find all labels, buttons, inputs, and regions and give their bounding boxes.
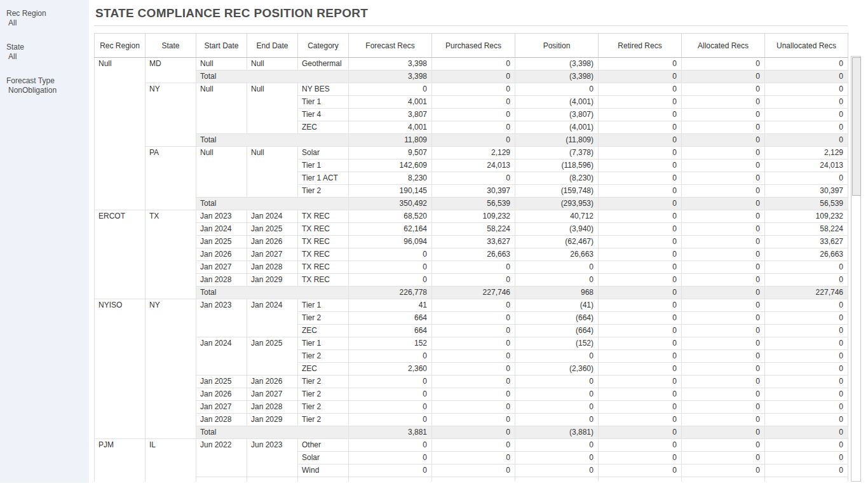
value-cell[interactable]: 0 [599, 261, 682, 274]
column-header[interactable]: Allocated Recs [682, 34, 765, 58]
dimension-cell[interactable]: Jan 2024 [196, 337, 247, 376]
value-cell[interactable]: 0 [765, 414, 848, 426]
value-cell[interactable]: (293,953) [515, 198, 599, 210]
value-cell[interactable] [349, 477, 432, 482]
value-cell[interactable]: (3,398) [515, 71, 599, 83]
value-cell[interactable]: 664 [349, 312, 432, 325]
value-cell[interactable]: 0 [349, 388, 432, 401]
value-cell[interactable]: (3,807) [515, 109, 599, 121]
dimension-cell[interactable]: Jun 2022 [196, 439, 247, 477]
total-label-cell[interactable]: Total [196, 426, 349, 439]
value-cell[interactable]: 227,746 [765, 287, 848, 299]
value-cell[interactable]: 40,712 [515, 210, 599, 223]
value-cell[interactable]: 0 [682, 261, 765, 274]
dimension-cell[interactable]: Tier 2 [298, 350, 349, 363]
value-cell[interactable]: 0 [432, 109, 515, 121]
value-cell[interactable]: 3,398 [349, 71, 432, 83]
value-cell[interactable]: 0 [432, 376, 515, 388]
value-cell[interactable]: 0 [682, 159, 765, 172]
value-cell[interactable]: 58,224 [765, 223, 848, 236]
value-cell[interactable]: 0 [765, 83, 848, 96]
value-cell[interactable]: 0 [432, 312, 515, 325]
dimension-cell[interactable]: Tier 1 [298, 337, 349, 350]
dimension-cell[interactable]: Jan 2025 [247, 337, 298, 376]
value-cell[interactable]: 0 [349, 350, 432, 363]
value-cell[interactable]: 0 [599, 414, 682, 426]
dimension-cell[interactable]: Null [196, 147, 247, 198]
value-cell[interactable]: 0 [765, 96, 848, 109]
value-cell[interactable]: 0 [432, 464, 515, 477]
value-cell[interactable]: 0 [682, 426, 765, 439]
dimension-cell[interactable]: Jan 2028 [196, 274, 247, 287]
dimension-cell[interactable] [298, 477, 349, 482]
value-cell[interactable]: 968 [515, 287, 599, 299]
value-cell[interactable]: 0 [599, 185, 682, 198]
value-cell[interactable]: 0 [432, 426, 515, 439]
value-cell[interactable]: 0 [765, 363, 848, 376]
value-cell[interactable]: 0 [599, 363, 682, 376]
value-cell[interactable]: 56,539 [765, 198, 848, 210]
value-cell[interactable]: 0 [682, 172, 765, 185]
value-cell[interactable] [682, 477, 765, 482]
value-cell[interactable]: 0 [599, 159, 682, 172]
value-cell[interactable]: 0 [349, 464, 432, 477]
dimension-cell[interactable]: Tier 4 [298, 109, 349, 121]
value-cell[interactable]: 26,663 [765, 248, 848, 261]
value-cell[interactable]: 62,164 [349, 223, 432, 236]
value-cell[interactable] [432, 477, 515, 482]
dimension-cell[interactable]: Jan 2028 [196, 414, 247, 426]
dimension-cell[interactable]: Null [95, 58, 146, 210]
column-header[interactable]: State [146, 34, 196, 58]
column-header[interactable]: Rec Region [95, 34, 146, 58]
value-cell[interactable]: 0 [599, 172, 682, 185]
dimension-cell[interactable]: TX REC [298, 223, 349, 236]
value-cell[interactable] [765, 477, 848, 482]
dimension-cell[interactable]: Jan 2027 [196, 401, 247, 414]
dimension-cell[interactable]: PA [146, 147, 196, 210]
value-cell[interactable]: 0 [432, 96, 515, 109]
value-cell[interactable]: 33,627 [432, 236, 515, 248]
value-cell[interactable]: 0 [432, 71, 515, 83]
value-cell[interactable]: 41 [349, 299, 432, 312]
value-cell[interactable]: 0 [349, 376, 432, 388]
value-cell[interactable]: 0 [349, 274, 432, 287]
value-cell[interactable]: 0 [599, 376, 682, 388]
value-cell[interactable]: 0 [432, 58, 515, 71]
dimension-cell[interactable]: PJM [95, 439, 146, 482]
dimension-cell[interactable]: Jun 2023 [247, 439, 298, 477]
value-cell[interactable]: 0 [515, 274, 599, 287]
dimension-cell[interactable]: Jan 2026 [196, 248, 247, 261]
value-cell[interactable]: 33,627 [765, 236, 848, 248]
value-cell[interactable]: 0 [599, 210, 682, 223]
column-header[interactable]: Start Date [196, 34, 247, 58]
value-cell[interactable]: 96,094 [349, 236, 432, 248]
value-cell[interactable]: 0 [515, 261, 599, 274]
value-cell[interactable]: 0 [682, 299, 765, 312]
dimension-cell[interactable]: Tier 2 [298, 312, 349, 325]
value-cell[interactable]: 56,539 [432, 198, 515, 210]
value-cell[interactable]: 0 [765, 299, 848, 312]
column-header[interactable]: Unallocated Recs [765, 34, 848, 58]
value-cell[interactable]: 0 [765, 121, 848, 134]
dimension-cell[interactable]: Tier 2 [298, 388, 349, 401]
dimension-cell[interactable]: Geothermal [298, 58, 349, 71]
value-cell[interactable]: 0 [432, 299, 515, 312]
value-cell[interactable]: 0 [682, 96, 765, 109]
value-cell[interactable]: 0 [432, 363, 515, 376]
value-cell[interactable]: 0 [599, 134, 682, 147]
value-cell[interactable]: 0 [599, 439, 682, 452]
value-cell[interactable]: 0 [682, 363, 765, 376]
dimension-cell[interactable]: TX REC [298, 261, 349, 274]
dimension-cell[interactable]: NYISO [95, 299, 146, 439]
value-cell[interactable]: 4,001 [349, 121, 432, 134]
column-header[interactable]: Purchased Recs [432, 34, 515, 58]
value-cell[interactable]: 0 [349, 439, 432, 452]
value-cell[interactable]: 0 [765, 58, 848, 71]
value-cell[interactable]: 0 [682, 274, 765, 287]
value-cell[interactable]: 0 [349, 248, 432, 261]
dimension-cell[interactable]: Jan 2027 [196, 261, 247, 274]
value-cell[interactable]: 0 [599, 109, 682, 121]
value-cell[interactable]: 0 [682, 350, 765, 363]
scrollbar-thumb[interactable] [852, 57, 861, 196]
value-cell[interactable]: 0 [682, 83, 765, 96]
